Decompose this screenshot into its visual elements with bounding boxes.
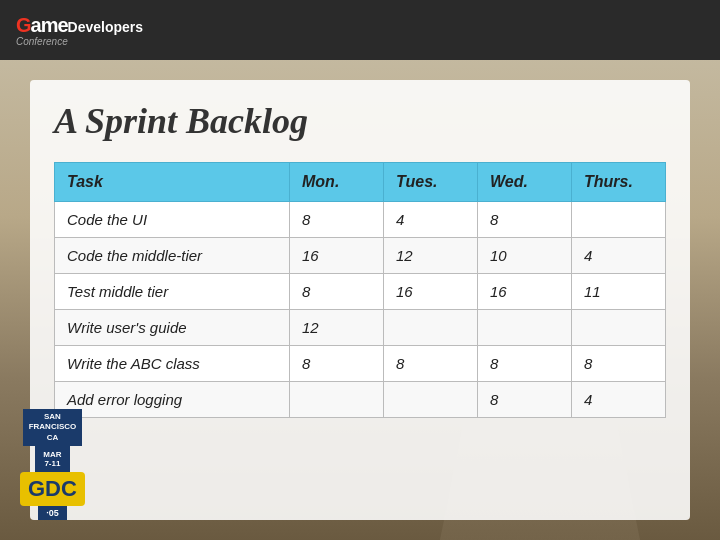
badge-name: GDC — [20, 472, 85, 506]
table-row: Write the ABC class8888 — [55, 346, 666, 382]
cell-wed-1: 10 — [478, 238, 572, 274]
cell-thurs-1: 4 — [572, 238, 666, 274]
badge-month: MAR7-11 — [39, 448, 65, 470]
cell-mon-1: 16 — [290, 238, 384, 274]
cell-tues-3 — [384, 310, 478, 346]
cell-task-0: Code the UI — [55, 202, 290, 238]
cell-task-3: Write user's guide — [55, 310, 290, 346]
cell-mon-2: 8 — [290, 274, 384, 310]
cell-thurs-5: 4 — [572, 382, 666, 418]
cell-tues-0: 4 — [384, 202, 478, 238]
page-title: A Sprint Backlog — [54, 100, 666, 142]
cell-task-5: Add error logging — [55, 382, 290, 418]
cell-tues-4: 8 — [384, 346, 478, 382]
cell-task-1: Code the middle-tier — [55, 238, 290, 274]
cell-mon-5 — [290, 382, 384, 418]
gdc-badge: SANFRANCISCOCA MAR7-11 GDC ·05 — [20, 409, 85, 520]
logo-developers-text: Developers — [68, 20, 143, 35]
badge-city: SANFRANCISCOCA — [23, 409, 83, 446]
slide: Game Developers Conference A Sprint Back… — [0, 0, 720, 540]
cell-wed-5: 8 — [478, 382, 572, 418]
cell-thurs-2: 11 — [572, 274, 666, 310]
cell-wed-4: 8 — [478, 346, 572, 382]
cell-mon-0: 8 — [290, 202, 384, 238]
cell-task-4: Write the ABC class — [55, 346, 290, 382]
cell-tues-5 — [384, 382, 478, 418]
table-row: Write user's guide12 — [55, 310, 666, 346]
cell-thurs-3 — [572, 310, 666, 346]
col-header-tues: Tues. — [384, 163, 478, 202]
cell-thurs-4: 8 — [572, 346, 666, 382]
cell-thurs-0 — [572, 202, 666, 238]
col-header-wed: Wed. — [478, 163, 572, 202]
col-header-task: Task — [55, 163, 290, 202]
table-row: Test middle tier8161611 — [55, 274, 666, 310]
cell-mon-4: 8 — [290, 346, 384, 382]
col-header-mon: Mon. — [290, 163, 384, 202]
content-panel: A Sprint Backlog Task Mon. Tues. Wed. Th… — [30, 80, 690, 520]
cell-wed-2: 16 — [478, 274, 572, 310]
table-header-row: Task Mon. Tues. Wed. Thurs. — [55, 163, 666, 202]
col-header-thurs: Thurs. — [572, 163, 666, 202]
cell-task-2: Test middle tier — [55, 274, 290, 310]
logo-game: Game — [16, 14, 68, 36]
cell-mon-3: 12 — [290, 310, 384, 346]
cell-tues-1: 12 — [384, 238, 478, 274]
table-row: Code the middle-tier1612104 — [55, 238, 666, 274]
cell-wed-0: 8 — [478, 202, 572, 238]
logo-text: Game Developers Conference — [16, 14, 143, 47]
badge-year: ·05 — [38, 506, 67, 520]
logo: Game Developers Conference — [16, 14, 143, 47]
logo-conference-text: Conference — [16, 36, 143, 47]
table-row: Code the UI848 — [55, 202, 666, 238]
cell-tues-2: 16 — [384, 274, 478, 310]
backlog-table: Task Mon. Tues. Wed. Thurs. Code the UI8… — [54, 162, 666, 418]
cell-wed-3 — [478, 310, 572, 346]
table-row: Add error logging84 — [55, 382, 666, 418]
header-bar: Game Developers Conference — [0, 0, 720, 60]
